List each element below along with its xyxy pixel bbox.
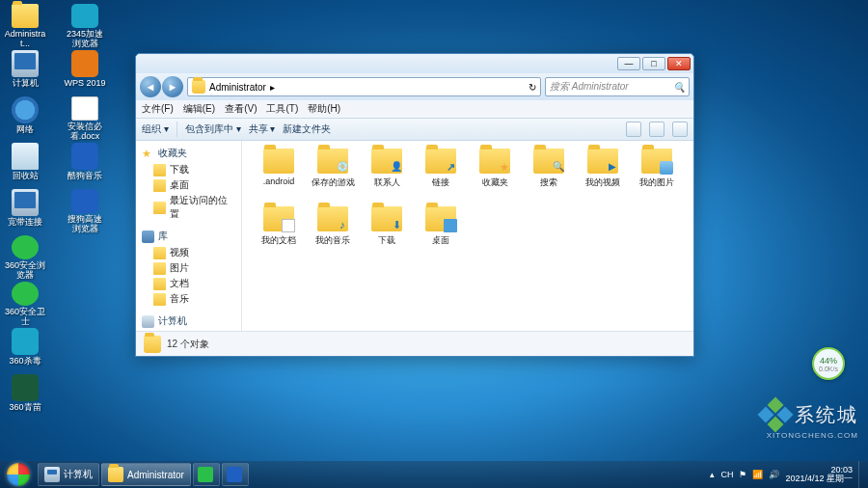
desktop-icon[interactable]: 360安全浏览器	[4, 235, 46, 280]
icon-label: 360杀毒	[9, 357, 41, 366]
nav-forward-button[interactable]: ►	[162, 76, 183, 97]
start-button[interactable]	[0, 461, 37, 488]
menu-item[interactable]: 编辑(E)	[183, 102, 215, 116]
desktop-icon[interactable]: 宽带连接	[4, 189, 46, 233]
folder-item[interactable]: 联系人	[360, 149, 414, 203]
nav-libraries-header[interactable]: 库	[136, 228, 241, 245]
star-icon	[142, 148, 154, 160]
refresh-icon[interactable]: ↻	[529, 82, 536, 93]
folder-item[interactable]: 我的视频	[576, 149, 630, 203]
navigation-pane: 收藏夹 下载桌面最近访问的位置 库 视频图片文档音乐 计算机 网络	[136, 141, 242, 331]
pic-badge-icon	[660, 161, 673, 175]
taskbar-item[interactable]: 计算机	[38, 463, 99, 486]
nav-item[interactable]: 视频	[136, 245, 241, 260]
desktop-icon[interactable]: Administrat...	[4, 4, 46, 48]
nav-item[interactable]: 音乐	[136, 291, 241, 307]
icon-label: 安装信必看.docx	[64, 122, 106, 141]
icon-label: WPS 2019	[64, 79, 105, 88]
taskbar-item[interactable]	[222, 463, 249, 486]
desktop-icon[interactable]: 安装信必看.docx	[64, 96, 106, 141]
menu-item[interactable]: 工具(T)	[266, 102, 298, 116]
folder-icon	[144, 336, 161, 353]
nav-computer[interactable]: 计算机	[136, 312, 241, 330]
taskbar-item[interactable]: Administrator	[101, 463, 191, 486]
tray-chevron-up-icon[interactable]: ▴	[710, 470, 715, 479]
folder-item[interactable]: .android	[252, 149, 306, 203]
menu-bar: 文件(F)编辑(E)查看(V)工具(T)帮助(H)	[136, 100, 693, 118]
desktop-icon[interactable]: 网络	[4, 96, 46, 141]
app-icon	[71, 50, 98, 77]
preview-pane-button[interactable]	[649, 122, 665, 137]
explorer-window: ― □ ✕ ◄ ► Administrator ▸ ↻ 搜索 Administr…	[135, 53, 694, 357]
taskbar-app-icon	[227, 467, 242, 482]
folder-icon	[317, 149, 348, 174]
include-in-library-menu[interactable]: 包含到库中 ▾	[185, 122, 241, 136]
icon-label: 360青苗	[9, 403, 41, 412]
folder-item[interactable]: 链接	[414, 149, 468, 203]
nav-item[interactable]: 文档	[136, 276, 241, 291]
nav-favorites-header[interactable]: 收藏夹	[136, 145, 241, 162]
search-input[interactable]: 搜索 Administrator 🔍	[545, 77, 690, 96]
tray-network-icon[interactable]: 📶	[752, 470, 763, 479]
tray-action-center-icon[interactable]: ⚑	[739, 470, 746, 479]
desktop[interactable]: Administrat...计算机网络回收站宽带连接360安全浏览器360安全卫…	[0, 0, 868, 461]
desktop-icon-grid: Administrat...计算机网络回收站宽带连接360安全浏览器360安全卫…	[4, 4, 106, 457]
window-titlebar[interactable]: ― □ ✕	[136, 54, 693, 73]
nav-item[interactable]: 桌面	[136, 177, 241, 193]
tray-language-indicator[interactable]: CH	[720, 470, 733, 479]
icon-label: Administrat...	[4, 30, 46, 48]
folder-item[interactable]: 保存的游戏	[306, 149, 360, 203]
taskbar-app-icon	[108, 467, 123, 482]
desktop-icon[interactable]: 计算机	[4, 50, 46, 95]
tray-volume-icon[interactable]: 🔊	[769, 470, 779, 479]
library-icon	[142, 230, 154, 243]
taskbar-item-label: 计算机	[64, 468, 93, 481]
person-badge-icon	[390, 161, 403, 175]
nav-item[interactable]: 图片	[136, 260, 241, 276]
nav-item[interactable]: 最近访问的位置	[136, 193, 241, 222]
folder-item[interactable]: 下载	[360, 206, 414, 260]
nav-item[interactable]: 下载	[136, 162, 241, 177]
maximize-button[interactable]: □	[642, 57, 665, 70]
minimize-button[interactable]: ―	[617, 57, 640, 70]
folder-icon	[153, 202, 166, 214]
windows-orb-icon	[7, 463, 30, 486]
breadcrumb[interactable]: Administrator ▸ ↻	[187, 77, 541, 96]
taskbar-clock[interactable]: 20:03 2021/4/12 星期一	[785, 466, 853, 484]
desktop-icon[interactable]: 搜狗高速浏览器	[64, 189, 106, 233]
desktop-icon[interactable]: 360安全卫士	[4, 282, 46, 326]
organize-menu[interactable]: 组织 ▾	[142, 122, 169, 136]
app-icon	[12, 282, 39, 306]
menu-item[interactable]: 文件(F)	[142, 102, 174, 116]
folder-item[interactable]: 我的图片	[630, 149, 684, 203]
show-desktop-button[interactable]	[858, 461, 866, 488]
speed-monitor-widget[interactable]: 44% 0.0K/s	[812, 347, 845, 380]
app-icon	[12, 96, 39, 123]
folder-item[interactable]: 搜索	[522, 149, 576, 203]
desktop-icon[interactable]: 酷狗音乐	[64, 143, 106, 187]
folder-label: 联系人	[374, 176, 400, 189]
folder-icon	[153, 293, 166, 306]
system-tray: ▴ CH ⚑ 📶 🔊 20:03 2021/4/12 星期一	[702, 461, 868, 488]
desktop-icon[interactable]: 360杀毒	[4, 328, 46, 372]
folder-item[interactable]: 桌面	[414, 206, 468, 260]
folder-item[interactable]: 我的文档	[252, 206, 306, 260]
folder-content[interactable]: .android保存的游戏联系人链接收藏夹搜索我的视频我的图片我的文档我的音乐下…	[242, 141, 693, 331]
close-button[interactable]: ✕	[667, 57, 691, 70]
menu-item[interactable]: 查看(V)	[225, 102, 257, 116]
view-options-button[interactable]	[626, 122, 641, 137]
desktop-icon[interactable]: WPS 2019	[64, 50, 106, 95]
desktop-icon[interactable]: 2345加速浏览器	[64, 4, 106, 48]
new-folder-button[interactable]: 新建文件夹	[283, 122, 331, 136]
taskbar-item[interactable]	[193, 463, 220, 486]
menu-item[interactable]: 帮助(H)	[308, 102, 340, 116]
desktop-icon[interactable]: 回收站	[4, 143, 46, 187]
share-menu[interactable]: 共享 ▾	[249, 122, 276, 136]
desktop-icon[interactable]: 360青苗	[4, 374, 46, 419]
screen-badge-icon	[444, 219, 457, 232]
help-button[interactable]	[672, 122, 688, 137]
nav-back-button[interactable]: ◄	[140, 76, 161, 97]
folder-item[interactable]: 收藏夹	[468, 149, 522, 203]
app-icon	[12, 374, 39, 401]
folder-item[interactable]: 我的音乐	[306, 206, 360, 260]
